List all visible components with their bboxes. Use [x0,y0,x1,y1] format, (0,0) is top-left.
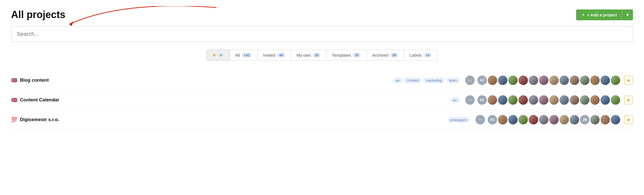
project-title: Blog content [20,78,49,83]
tab-count-starred: 4 [218,53,224,58]
project-actions: ··· AC ★ [465,76,633,85]
project-name: 💯 Digisemestr s.r.o. [11,117,89,123]
avatar [488,95,497,105]
star-button[interactable]: ★ [624,96,633,104]
tab-label-archived: Archived [372,53,388,58]
project-tags: propagace [89,117,470,123]
add-project-chevron-icon[interactable]: ▼ [622,10,633,20]
project-flag: 🇬🇧 [11,77,17,83]
add-project-label: ＋ + Add a project [576,9,622,20]
avatar [590,115,600,124]
avatar: JM [580,115,589,124]
svg-marker-0 [69,21,73,26]
tab-myown[interactable]: My own 29 [291,50,326,61]
avatar [508,76,518,85]
tag[interactable]: marketing [423,78,444,83]
avatar [611,95,620,105]
avatar [518,95,528,105]
tab-count-archived: 38 [390,53,398,58]
avatar-row: AC JM [488,115,620,124]
avatar [570,95,579,105]
avatar [570,76,579,85]
add-project-button[interactable]: ＋ + Add a project ▼ [576,9,633,20]
project-title: Content Calendar [20,97,59,103]
table-row: 🇬🇧 Blog content en content marketing tea… [11,71,633,90]
tag[interactable]: en [450,97,460,103]
tab-count-myown: 29 [313,53,321,58]
avatar [498,95,507,105]
avatar [498,76,507,85]
tab-templates[interactable]: Templates 35 [326,50,367,61]
tab-all[interactable]: All 142 [229,50,257,61]
tab-label-myown: My own [297,53,311,58]
avatar [559,95,569,105]
avatar [580,95,589,105]
project-actions: ··· AC JM ★ [476,115,633,124]
project-tags: en content marketing team [89,78,460,83]
avatar [590,95,600,105]
avatar [508,95,518,105]
search-input[interactable] [17,31,627,37]
project-flag: 💯 [11,117,17,123]
tab-label-invited: Invited [263,53,275,58]
avatar [518,76,528,85]
project-actions: ··· AC ★ [465,95,633,105]
tag[interactable]: en [393,78,402,83]
avatar [549,115,559,124]
tab-starred[interactable]: ★ 4 [206,50,230,61]
star-button[interactable]: ★ [624,115,633,124]
avatar [539,115,548,124]
avatar: AC [477,95,487,105]
avatar [580,76,589,85]
more-button[interactable]: ··· [465,76,475,85]
tab-label-templates: Templates [332,53,351,58]
tab-invited[interactable]: Invited 40 [257,50,291,61]
avatar [529,95,538,105]
avatar-row: AC [477,95,620,105]
avatar [611,115,620,124]
tag[interactable]: team [446,78,460,83]
tag[interactable]: content [404,78,421,83]
avatar: AC [477,76,487,85]
tab-archived[interactable]: Archived 38 [366,50,404,61]
avatar [529,76,538,85]
star-icon: ★ [627,98,630,103]
project-name: 🇬🇧 Blog content [11,77,89,83]
tabs-bar: ★ 4 All 142 Invited 40 My own 29 Templat… [11,50,633,61]
avatar [549,76,559,85]
avatar [529,115,538,124]
avatar [600,76,610,85]
tag[interactable]: propagace [448,117,470,123]
star-button[interactable]: ★ [624,76,633,85]
table-row: 🇬🇧 Content Calendar en ··· AC [11,90,633,110]
tab-labels[interactable]: Labels 14 [404,50,438,61]
more-button[interactable]: ··· [465,95,475,105]
project-title: Digisemestr s.r.o. [20,117,59,122]
table-row: 💯 Digisemestr s.r.o. propagace ··· AC JM [11,110,633,130]
project-name: 🇬🇧 Content Calendar [11,97,89,103]
page-header: All projects ＋ + Add a project ▼ [11,9,633,21]
avatar [600,95,610,105]
avatar [559,76,569,85]
tab-count-labels: 14 [424,53,431,58]
avatar [590,76,600,85]
avatar [518,115,528,124]
avatar [600,115,610,124]
tab-label-all: All [235,53,240,58]
avatar: AC [488,115,497,124]
tab-count-invited: 40 [277,53,285,58]
avatar-row: AC [477,76,620,85]
page-title: All projects [11,9,65,21]
more-button[interactable]: ··· [476,115,485,124]
projects-list: 🇬🇧 Blog content en content marketing tea… [11,71,633,130]
avatar [508,115,518,124]
star-icon: ★ [212,52,216,58]
tab-count-all: 142 [242,53,252,58]
tab-count-templates: 35 [353,53,361,58]
avatar [539,76,548,85]
project-tags: en [89,97,460,103]
search-container [11,26,633,42]
star-icon: ★ [627,78,630,83]
avatar [488,76,497,85]
avatar [539,95,548,105]
